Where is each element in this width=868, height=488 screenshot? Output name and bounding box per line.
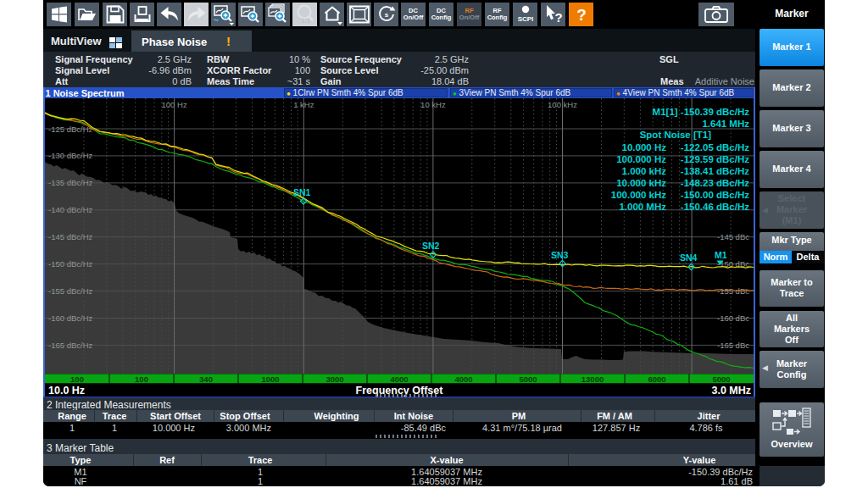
svg-text:Spot Noise [T1]: Spot Noise [T1] (640, 130, 712, 140)
svg-text:-138.41 dBc/Hz: -138.41 dBc/Hz (681, 166, 749, 176)
svg-text:s: s (384, 11, 388, 19)
svg-text:10.000 Hz: 10.000 Hz (622, 142, 667, 152)
svg-text:4000: 4000 (390, 374, 408, 384)
svg-text:-122.05 dBc/Hz: -122.05 dBc/Hz (681, 142, 749, 152)
svg-text:100.000 Hz: 100.000 Hz (616, 154, 666, 164)
svg-text:13000: 13000 (581, 374, 604, 384)
svg-text:-125 dBc/Hz: -125 dBc/Hz (48, 125, 93, 134)
svg-text:10.000 kHz: 10.000 kHz (616, 178, 666, 188)
svg-text:100: 100 (70, 374, 84, 384)
svg-text:SN3: SN3 (551, 250, 569, 260)
svg-text:10.0 Hz: 10.0 Hz (48, 385, 85, 396)
svg-text:-130 dBc/Hz: -130 dBc/Hz (48, 151, 93, 160)
svg-text:-150.46 dBc/Hz: -150.46 dBc/Hz (681, 202, 749, 212)
svg-text:-145 dBc: -145 dBc (717, 232, 749, 241)
svg-text:5000: 5000 (519, 374, 537, 384)
svg-text:1.641 MHz: 1.641 MHz (702, 119, 749, 129)
svg-text:4000: 4000 (454, 374, 472, 384)
svg-text:3.0 MHz: 3.0 MHz (711, 385, 751, 396)
svg-text:SN1: SN1 (293, 187, 311, 197)
svg-text:SN4: SN4 (680, 252, 698, 263)
svg-text:-135 dBc/Hz: -135 dBc/Hz (48, 178, 93, 187)
svg-text:M1: M1 (715, 250, 727, 260)
svg-text:-150.00 dBc/Hz: -150.00 dBc/Hz (681, 190, 749, 200)
svg-text:-160 dBc/Hz: -160 dBc/Hz (48, 313, 93, 323)
svg-text:?: ? (554, 10, 562, 25)
svg-text:6000: 6000 (648, 374, 665, 384)
svg-text:100: 100 (135, 374, 148, 384)
svg-text:1.000 kHz: 1.000 kHz (622, 166, 667, 176)
svg-text:5000: 5000 (712, 374, 730, 384)
svg-text:1 kHz: 1 kHz (293, 100, 314, 109)
svg-text:100 kHz: 100 kHz (548, 100, 577, 109)
svg-text:SCPI: SCPI (517, 15, 533, 23)
svg-text:10 kHz: 10 kHz (420, 100, 446, 109)
svg-text:100.000 kHz: 100.000 kHz (611, 190, 666, 200)
svg-text:-165 dBc: -165 dBc (717, 341, 749, 350)
svg-text:?: ? (576, 6, 587, 24)
svg-text:-165 dBc/Hz: -165 dBc/Hz (48, 341, 93, 350)
svg-text:100 Hz: 100 Hz (162, 100, 187, 109)
svg-text:-160 dBc: -160 dBc (717, 313, 749, 323)
svg-text:3000: 3000 (326, 374, 343, 384)
svg-text:-129.59 dBc/Hz: -129.59 dBc/Hz (681, 154, 749, 164)
svg-text:SN2: SN2 (422, 241, 440, 251)
svg-text:1.000 MHz: 1.000 MHz (619, 202, 666, 212)
svg-text:-155 dBc: -155 dBc (717, 286, 749, 296)
svg-text:-140 dBc/Hz: -140 dBc/Hz (48, 205, 93, 214)
svg-text:-155 dBc/Hz: -155 dBc/Hz (48, 286, 93, 296)
svg-text:-148.23 dBc/Hz: -148.23 dBc/Hz (681, 178, 749, 188)
svg-text:-150 dBc/Hz: -150 dBc/Hz (48, 259, 93, 269)
svg-text:340: 340 (199, 374, 213, 384)
svg-text:-145 dBc/Hz: -145 dBc/Hz (48, 232, 93, 241)
svg-text:M1[1] -150.39 dBc/Hz: M1[1] -150.39 dBc/Hz (653, 107, 750, 117)
svg-text:1000: 1000 (261, 374, 279, 384)
svg-text:1:1: 1:1 (301, 17, 310, 25)
